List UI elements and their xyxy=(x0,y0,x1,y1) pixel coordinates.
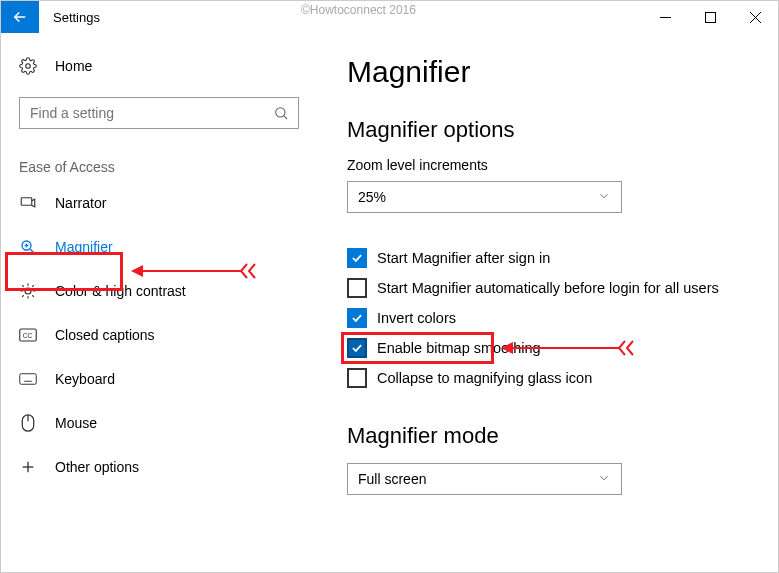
window-controls xyxy=(643,1,778,33)
page-title: Magnifier xyxy=(347,55,758,89)
check-start-before-login[interactable]: Start Magnifier automatically before log… xyxy=(347,273,758,303)
search-wrap xyxy=(19,97,299,129)
sidebar-item-keyboard[interactable]: Keyboard xyxy=(1,357,317,401)
category-label: Ease of Access xyxy=(1,135,317,181)
svg-line-6 xyxy=(284,116,287,119)
mode-dropdown[interactable]: Full screen xyxy=(347,463,622,495)
svg-line-16 xyxy=(32,295,34,297)
svg-rect-1 xyxy=(706,12,716,22)
minimize-icon xyxy=(660,12,671,23)
check-label: Enable bitmap smoothing xyxy=(377,340,541,356)
sidebar-item-color-contrast[interactable]: Color & high contrast xyxy=(1,269,317,313)
main-panel: Magnifier Magnifier options Zoom level i… xyxy=(317,33,778,572)
checkbox-unchecked-icon xyxy=(347,368,367,388)
magnifier-icon xyxy=(19,238,37,256)
maximize-button[interactable] xyxy=(688,1,733,33)
keyboard-icon xyxy=(19,372,37,386)
checkbox-checked-icon xyxy=(347,308,367,328)
sidebar-item-narrator[interactable]: Narrator xyxy=(1,181,317,225)
sidebar-item-closed-captions[interactable]: CC Closed captions xyxy=(1,313,317,357)
svg-point-12 xyxy=(25,288,31,294)
checkbox-checked-icon xyxy=(347,338,367,358)
options-heading: Magnifier options xyxy=(347,117,758,143)
svg-line-15 xyxy=(22,285,24,287)
check-invert-colors[interactable]: Invert colors xyxy=(347,303,758,333)
close-button[interactable] xyxy=(733,1,778,33)
close-icon xyxy=(750,12,761,23)
gear-icon xyxy=(19,57,37,75)
back-button[interactable] xyxy=(1,1,39,33)
check-start-after-signin[interactable]: Start Magnifier after sign in xyxy=(347,243,758,273)
home-label: Home xyxy=(55,58,92,74)
svg-rect-7 xyxy=(21,198,32,206)
sidebar-item-other-options[interactable]: Other options xyxy=(1,445,317,489)
watermark: ©Howtoconnect 2016 xyxy=(301,3,416,17)
sidebar-item-label: Closed captions xyxy=(55,327,155,343)
narrator-icon xyxy=(19,194,37,212)
zoom-value: 25% xyxy=(358,189,386,205)
plus-icon xyxy=(19,459,37,475)
sidebar-item-label: Color & high contrast xyxy=(55,283,186,299)
sidebar-item-magnifier[interactable]: Magnifier xyxy=(1,225,317,269)
checkbox-unchecked-icon xyxy=(347,278,367,298)
search-input[interactable] xyxy=(19,97,299,129)
sidebar-item-mouse[interactable]: Mouse xyxy=(1,401,317,445)
minimize-button[interactable] xyxy=(643,1,688,33)
svg-text:CC: CC xyxy=(23,332,33,339)
zoom-dropdown[interactable]: 25% xyxy=(347,181,622,213)
sidebar-item-label: Magnifier xyxy=(55,239,113,255)
search-icon xyxy=(273,97,289,129)
maximize-icon xyxy=(705,12,716,23)
brightness-icon xyxy=(19,282,37,300)
svg-point-4 xyxy=(26,64,31,69)
svg-line-9 xyxy=(30,249,34,253)
window-title: Settings xyxy=(39,10,100,25)
sidebar-item-label: Mouse xyxy=(55,415,97,431)
svg-line-19 xyxy=(22,295,24,297)
sidebar-item-label: Other options xyxy=(55,459,139,475)
check-label: Invert colors xyxy=(377,310,456,326)
checkbox-checked-icon xyxy=(347,248,367,268)
svg-line-20 xyxy=(32,285,34,287)
home-link[interactable]: Home xyxy=(1,45,317,87)
zoom-label: Zoom level increments xyxy=(347,157,758,173)
mode-heading: Magnifier mode xyxy=(347,423,758,449)
cc-icon: CC xyxy=(19,328,37,342)
chevron-down-icon xyxy=(597,471,611,488)
check-bitmap-smoothing[interactable]: Enable bitmap smoothing xyxy=(347,333,758,363)
arrow-left-icon xyxy=(11,8,29,26)
sidebar: Home Ease of Access Narrator Magnifier xyxy=(1,33,317,572)
check-label: Start Magnifier after sign in xyxy=(377,250,550,266)
check-label: Collapse to magnifying glass icon xyxy=(377,370,592,386)
chevron-down-icon xyxy=(597,189,611,206)
check-collapse-glass[interactable]: Collapse to magnifying glass icon xyxy=(347,363,758,393)
mode-value: Full screen xyxy=(358,471,426,487)
sidebar-item-label: Keyboard xyxy=(55,371,115,387)
svg-rect-23 xyxy=(20,374,37,385)
check-label: Start Magnifier automatically before log… xyxy=(377,280,719,296)
mouse-icon xyxy=(19,414,37,432)
svg-point-5 xyxy=(276,108,285,117)
sidebar-item-label: Narrator xyxy=(55,195,106,211)
